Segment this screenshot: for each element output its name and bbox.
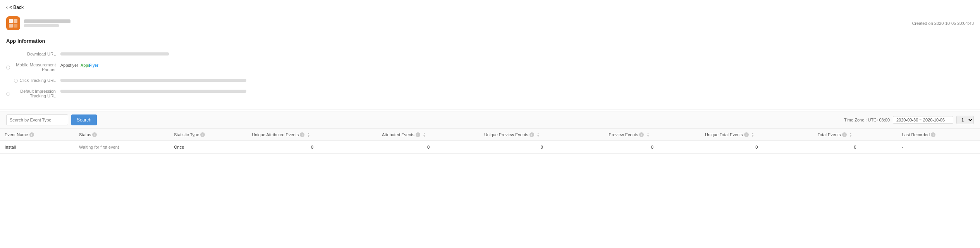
attr-events-info-icon[interactable]: i [416, 132, 420, 137]
impression-tracking-value [60, 89, 974, 94]
unique-preview-sort[interactable]: ▲ ▼ [537, 132, 540, 137]
col-last-recorded: Last Recorded i [897, 129, 980, 141]
statistic-type-info-icon[interactable]: i [200, 132, 205, 137]
app-sub-placeholder [24, 24, 59, 27]
preview-events-sort[interactable]: ▲ ▼ [646, 132, 649, 137]
back-button[interactable]: ‹ < Back [0, 0, 980, 15]
cell-status: Waiting for first event [74, 141, 169, 154]
status-info-icon[interactable]: i [92, 132, 97, 137]
unique-attr-info-icon[interactable]: i [300, 132, 304, 137]
unique-total-sort[interactable]: ▲ ▼ [751, 132, 754, 137]
unique-total-info-icon[interactable]: i [744, 132, 749, 137]
cell-statistic_type: Once [169, 141, 247, 154]
col-statistic-type: Statistic Type i [169, 129, 247, 141]
svg-rect-0 [9, 19, 13, 23]
download-url-label: Download URL [6, 52, 60, 56]
unique-preview-info-icon[interactable]: i [530, 132, 534, 137]
col-unique-total-events: Unique Total Events i ▲ ▼ [700, 129, 813, 141]
svg-rect-2 [9, 24, 13, 28]
partner-name: Appsflyer [60, 63, 78, 68]
preview-events-info-icon[interactable]: i [639, 132, 644, 137]
search-input[interactable] [6, 114, 68, 125]
total-events-info-icon[interactable]: i [842, 132, 847, 137]
col-event-name: Event Name i [0, 129, 74, 141]
toolbar-right: Time Zone : UTC+08:00 1 [844, 116, 974, 124]
total-events-sort[interactable]: ▲ ▼ [849, 132, 852, 137]
mmp-radio[interactable] [6, 66, 10, 69]
cell-event_name: Install [0, 141, 74, 154]
timezone-label: Time Zone : UTC+08:00 [844, 118, 890, 122]
cell-unique_preview_events: 0 [480, 141, 604, 154]
section-title: App Information [0, 35, 980, 49]
events-table: Event Name i Status i Statistic Type i U… [0, 129, 980, 154]
col-attributed-events: Attributed Events i ▲ ▼ [377, 129, 480, 141]
section-divider [0, 109, 980, 109]
cell-unique_total_events: 0 [700, 141, 813, 154]
cell-unique_attributed_events: 0 [247, 141, 377, 154]
col-unique-attributed-events: Unique Attributed Events i ▲ ▼ [247, 129, 377, 141]
last-recorded-info-icon[interactable]: i [931, 132, 935, 137]
svg-rect-3 [14, 24, 17, 28]
click-tracking-value [60, 78, 974, 83]
mmp-label: Mobile Measurement Partner [6, 62, 60, 72]
click-tracking-row: Click Tracking URL [6, 75, 974, 86]
impression-tracking-label: Default Impression Tracking URL [6, 89, 60, 98]
app-info-table: Download URL Mobile Measurement Partner … [0, 49, 980, 108]
date-range-picker[interactable] [893, 116, 953, 124]
col-status: Status i [74, 129, 169, 141]
download-url-row: Download URL [6, 49, 974, 59]
col-total-events: Total Events i ▲ ▼ [813, 129, 897, 141]
impression-tracking-row: Default Impression Tracking URL [6, 86, 974, 101]
unique-attr-sort[interactable]: ▲ ▼ [307, 132, 310, 137]
impression-url-bar [60, 90, 246, 93]
download-url-bar [60, 52, 169, 55]
app-name-placeholder [24, 19, 70, 23]
cell-last_recorded: - [897, 141, 980, 154]
svg-rect-1 [14, 19, 17, 23]
attr-events-sort[interactable]: ▲ ▼ [423, 132, 426, 137]
mmp-row: Mobile Measurement Partner Appsflyer App… [6, 59, 974, 75]
back-label: < Back [9, 5, 24, 10]
app-header: Created on 2020-10-05 20:04:43 [0, 15, 980, 35]
click-radio[interactable] [14, 79, 18, 83]
app-icon [6, 16, 20, 30]
back-icon: ‹ [6, 5, 8, 10]
cell-total_events: 0 [813, 141, 897, 154]
cell-attributed_events: 0 [377, 141, 480, 154]
page-size-select[interactable]: 1 [956, 116, 974, 124]
click-tracking-label: Click Tracking URL [6, 78, 60, 83]
table-row: InstallWaiting for first eventOnce000000… [0, 141, 980, 154]
app-title-block [24, 19, 70, 27]
click-url-bar [60, 79, 246, 82]
cell-preview_events: 0 [604, 141, 701, 154]
mmp-value: Appsflyer Apps Flyer [60, 62, 974, 68]
svg-text:Flyer: Flyer [89, 63, 98, 68]
col-unique-preview-events: Unique Preview Events i ▲ ▼ [480, 129, 604, 141]
event-name-info-icon[interactable]: i [29, 132, 34, 137]
table-header-row: Event Name i Status i Statistic Type i U… [0, 129, 980, 141]
events-toolbar: Search Time Zone : UTC+08:00 1 [0, 111, 980, 129]
col-preview-events: Preview Events i ▲ ▼ [604, 129, 701, 141]
impression-radio[interactable] [6, 92, 10, 96]
created-date: Created on 2020-10-05 20:04:43 [912, 21, 974, 26]
search-button[interactable]: Search [71, 114, 97, 125]
appsflyer-logo: Apps Flyer [81, 62, 99, 68]
download-url-value [60, 52, 974, 56]
